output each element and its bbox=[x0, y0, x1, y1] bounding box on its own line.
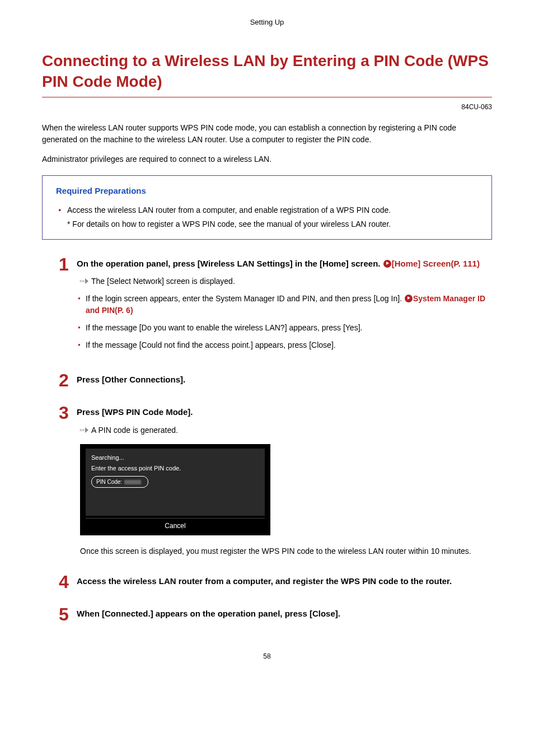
step-number: 1 bbox=[59, 255, 77, 357]
home-screen-link[interactable]: [Home] Screen(P. 111) bbox=[392, 259, 480, 268]
document-code: 84CU-063 bbox=[42, 102, 492, 112]
step-2: 2 Press [Other Connections]. bbox=[59, 372, 492, 389]
prep-item: Access the wireless LAN router from a co… bbox=[65, 204, 478, 216]
step-1-heading: On the operation panel, press [Wireless … bbox=[77, 258, 492, 270]
page-title: Connecting to a Wireless LAN by Entering… bbox=[42, 50, 492, 98]
step-5: 5 When [Connected.] appears on the opera… bbox=[59, 606, 492, 623]
link-arrow-icon bbox=[383, 260, 391, 268]
step-1-result-text: The [Select Network] screen is displayed… bbox=[91, 277, 235, 286]
step-number: 5 bbox=[59, 605, 77, 623]
step-2-heading: Press [Other Connections]. bbox=[77, 374, 492, 386]
step-3: 3 Press [WPS PIN Code Mode]. A PIN code … bbox=[59, 405, 492, 568]
step-1-heading-text: On the operation panel, press [Wireless … bbox=[77, 259, 383, 268]
step-4: 4 Access the wireless LAN router from a … bbox=[59, 574, 492, 591]
step-1-bullet-1: If the login screen appears, enter the S… bbox=[77, 293, 492, 316]
page-number: 58 bbox=[42, 651, 492, 661]
device-screenshot: Searching... Enter the access point PIN … bbox=[80, 444, 492, 535]
step-1-result: The [Select Network] screen is displayed… bbox=[80, 276, 492, 287]
device-searching-text: Searching... bbox=[91, 453, 259, 463]
device-cancel-button: Cancel bbox=[86, 518, 265, 532]
step-1: 1 On the operation panel, press [Wireles… bbox=[59, 256, 492, 357]
step-number: 4 bbox=[59, 573, 77, 591]
step-3-result-text: A PIN code is generated. bbox=[91, 426, 178, 435]
prep-note: * For details on how to register a WPS P… bbox=[56, 218, 478, 230]
step-4-heading: Access the wireless LAN router from a co… bbox=[77, 575, 492, 588]
step-number: 3 bbox=[59, 404, 77, 568]
step-number: 2 bbox=[59, 371, 77, 389]
device-pin-blurred bbox=[124, 480, 141, 484]
section-header: Setting Up bbox=[42, 17, 492, 28]
prep-title: Required Preparations bbox=[56, 185, 478, 198]
device-enter-msg: Enter the access point PIN code. bbox=[91, 464, 259, 473]
step-1-bullet-2: If the message [Do you want to enable th… bbox=[77, 322, 492, 334]
device-pin-field: PIN Code: bbox=[91, 476, 148, 488]
link-arrow-icon bbox=[405, 295, 413, 302]
step-3-heading: Press [WPS PIN Code Mode]. bbox=[77, 406, 492, 419]
intro-paragraph-2: Administrator privileges are required to… bbox=[42, 153, 492, 165]
step-3-post-note: Once this screen is displayed, you must … bbox=[80, 545, 492, 557]
step-1-bullet-1-text: If the login screen appears, enter the S… bbox=[86, 294, 404, 303]
required-preparations-box: Required Preparations Access the wireles… bbox=[42, 175, 492, 240]
device-pin-label: PIN Code: bbox=[96, 479, 122, 485]
intro-paragraph-1: When the wireless LAN router supports WP… bbox=[42, 122, 492, 146]
step-1-bullet-3: If the message [Could not find the acces… bbox=[77, 339, 492, 351]
step-3-result: A PIN code is generated. bbox=[80, 424, 492, 436]
step-5-heading: When [Connected.] appears on the operati… bbox=[77, 608, 492, 620]
